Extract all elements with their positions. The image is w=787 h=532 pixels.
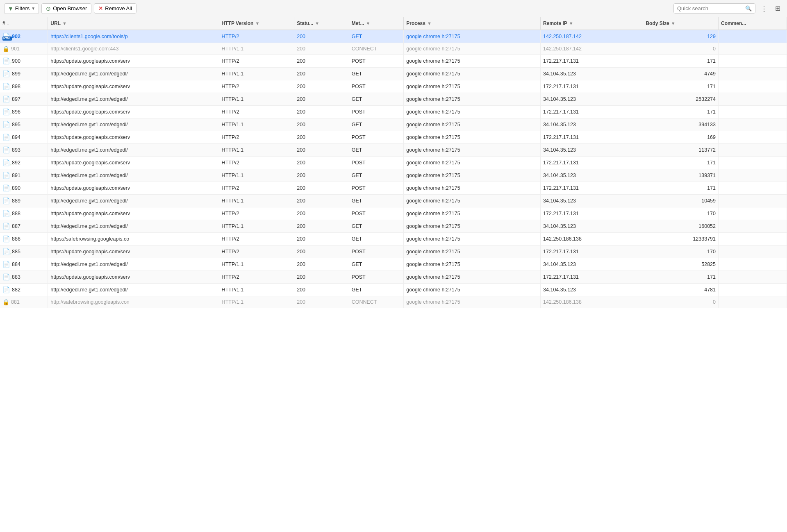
table-row[interactable]: 📄 889 http://edgedl.me.gvt1.com/edgedl/ … <box>0 195 787 207</box>
table-row[interactable]: 📄 ↑ 892 https://update.googleapis.com/se… <box>0 157 787 169</box>
cell-rip: 172.217.17.131 <box>541 131 643 144</box>
row-id: 894 <box>12 134 20 140</box>
table-row[interactable]: 🔒 901 http://clients1.google.com:443 HTT… <box>0 43 787 55</box>
remove-all-button[interactable]: ✕ Remove All <box>94 3 136 14</box>
cell-comment <box>719 271 787 284</box>
table-row[interactable]: 🔒 881 http://safebrowsing.googleapis.con… <box>0 296 787 308</box>
cell-http: HTTP/2 <box>219 30 294 43</box>
url-text: https://update.googleapis.com/serv <box>50 109 130 115</box>
upload-indicator: ↑ <box>10 137 12 141</box>
table-row[interactable]: 📄 882 http://edgedl.me.gvt1.com/edgedl/ … <box>0 284 787 296</box>
cell-http: HTTP/1.1 <box>219 284 294 296</box>
cell-bsize: 169 <box>643 131 719 144</box>
cell-process: google chrome h:27175 <box>404 233 541 246</box>
cell-comment <box>719 220 787 233</box>
sort-num-button[interactable]: ↓ <box>7 21 9 26</box>
cell-bsize: 171 <box>643 80 719 93</box>
url-text: http://edgedl.me.gvt1.com/edgedl/ <box>50 223 127 229</box>
table-row[interactable]: 📄 891 http://edgedl.me.gvt1.com/edgedl/ … <box>0 169 787 182</box>
file-icon: 📄 <box>2 172 10 179</box>
cell-http: HTTP/2 <box>219 106 294 118</box>
table-row[interactable]: 📄 HTML 902 https://clients1.google.com/t… <box>0 30 787 43</box>
cell-process: google chrome h:27175 <box>404 195 541 207</box>
cell-rip: 142.250.186.138 <box>541 296 643 308</box>
url-link[interactable]: https://clients1.google.com/tools/p <box>50 34 127 39</box>
cell-bsize: 170 <box>643 246 719 258</box>
col-num-label: # <box>2 20 5 26</box>
col-bsize-label: Body Size <box>646 20 669 26</box>
cell-status: 200 <box>294 246 349 258</box>
cell-comment <box>719 284 787 296</box>
row-id: 881 <box>11 299 20 305</box>
table-row[interactable]: 📄 ↑ 883 https://update.googleapis.com/se… <box>0 271 787 284</box>
grid-view-button[interactable]: ⊞ <box>773 4 783 13</box>
cell-process: google chrome h:27175 <box>404 169 541 182</box>
row-id: 882 <box>12 287 20 293</box>
table-row[interactable]: 📄 886 https://safebrowsing.googleapis.co… <box>0 233 787 246</box>
cell-process: google chrome h:27175 <box>404 182 541 195</box>
cell-url: https://update.googleapis.com/serv <box>48 271 219 284</box>
filter-http-button[interactable]: ▼ <box>255 21 259 26</box>
cell-status: 200 <box>294 80 349 93</box>
open-browser-button[interactable]: ⊙ Open Browser <box>41 3 91 14</box>
table-row[interactable]: 📄 884 http://edgedl.me.gvt1.com/edgedl/ … <box>0 258 787 271</box>
filter-rip-button[interactable]: ▼ <box>569 21 573 26</box>
table-row[interactable]: 📄 899 http://edgedl.me.gvt1.com/edgedl/ … <box>0 68 787 80</box>
filter-method-button[interactable]: ▼ <box>366 21 370 26</box>
table-row[interactable]: 📄 895 http://edgedl.me.gvt1.com/edgedl/ … <box>0 118 787 131</box>
url-text: http://edgedl.me.gvt1.com/edgedl/ <box>50 71 127 77</box>
table-row[interactable]: 📄 ↑ 898 https://update.googleapis.com/se… <box>0 80 787 93</box>
table-row[interactable]: 📄 ↑ 885 https://update.googleapis.com/se… <box>0 246 787 258</box>
url-text: http://edgedl.me.gvt1.com/edgedl/ <box>50 96 127 102</box>
more-options-button[interactable]: ⋮ <box>758 3 770 14</box>
col-header-status: Statu... ▼ <box>294 17 349 30</box>
cell-bsize: 0 <box>643 43 719 55</box>
search-icon: 🔍 <box>745 5 752 11</box>
table-row[interactable]: 📄 ↑ 900 https://update.googleapis.com/se… <box>0 55 787 68</box>
table-row[interactable]: 📄 887 http://edgedl.me.gvt1.com/edgedl/ … <box>0 220 787 233</box>
cell-comment <box>719 157 787 169</box>
cell-url: https://update.googleapis.com/serv <box>48 246 219 258</box>
cell-status: 200 <box>294 258 349 271</box>
table-row[interactable]: 📄 ↑ 894 https://update.googleapis.com/se… <box>0 131 787 144</box>
table-row[interactable]: 📄 ↑ 896 https://update.googleapis.com/se… <box>0 106 787 118</box>
file-icon: 📄 <box>2 261 10 268</box>
cell-status: 200 <box>294 131 349 144</box>
cell-process: google chrome h:27175 <box>404 258 541 271</box>
cell-http: HTTP/1.1 <box>219 93 294 106</box>
table-row[interactable]: 📄 ↑ 888 https://update.googleapis.com/se… <box>0 207 787 220</box>
file-icon: 📄 <box>2 210 10 217</box>
cell-url: http://edgedl.me.gvt1.com/edgedl/ <box>48 68 219 80</box>
row-id: 887 <box>12 223 20 229</box>
cell-num: 📄 ↑ 900 <box>0 55 48 68</box>
cell-rip: 172.217.17.131 <box>541 271 643 284</box>
cell-bsize: 170 <box>643 207 719 220</box>
search-input[interactable] <box>677 5 743 11</box>
cell-http: HTTP/2 <box>219 80 294 93</box>
cell-status: 200 <box>294 30 349 43</box>
table-row[interactable]: 📄 ↑ 890 https://update.googleapis.com/se… <box>0 182 787 195</box>
cell-http: HTTP/1.1 <box>219 296 294 308</box>
cell-method: POST <box>349 182 404 195</box>
cell-method: POST <box>349 271 404 284</box>
cell-rip: 172.217.17.131 <box>541 207 643 220</box>
filter-process-button[interactable]: ▼ <box>427 21 432 26</box>
table-row[interactable]: 📄 893 http://edgedl.me.gvt1.com/edgedl/ … <box>0 144 787 157</box>
filter-status-button[interactable]: ▼ <box>315 21 319 26</box>
url-text: https://update.googleapis.com/serv <box>50 58 130 64</box>
cell-http: HTTP/2 <box>219 55 294 68</box>
filters-button[interactable]: ▼ Filters ▼ <box>4 3 39 14</box>
cell-method: POST <box>349 55 404 68</box>
filter-bsize-button[interactable]: ▼ <box>671 21 676 26</box>
cell-status: 200 <box>294 207 349 220</box>
cell-num: 📄 889 <box>0 195 48 207</box>
cell-process: google chrome h:27175 <box>404 30 541 43</box>
row-id: 891 <box>12 173 20 178</box>
cell-rip: 172.217.17.131 <box>541 80 643 93</box>
cell-num: 📄 895 <box>0 118 48 131</box>
cell-num: 📄 HTML 902 <box>0 30 48 43</box>
table-row[interactable]: 📄 897 http://edgedl.me.gvt1.com/edgedl/ … <box>0 93 787 106</box>
cell-process: google chrome h:27175 <box>404 68 541 80</box>
filter-url-button[interactable]: ▼ <box>62 21 67 26</box>
cell-comment <box>719 93 787 106</box>
